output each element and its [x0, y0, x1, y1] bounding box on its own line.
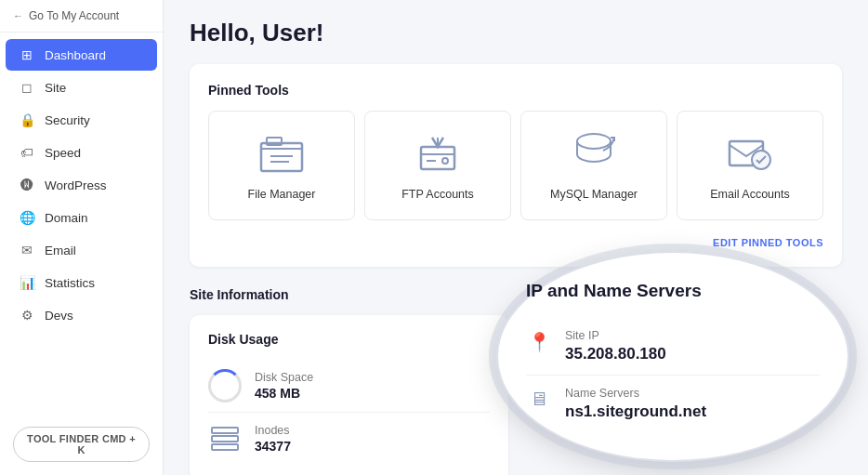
- site-ip-value: 35.208.80.180: [565, 345, 666, 363]
- main-content: Hello, User! Pinned Tools File Manager F…: [164, 0, 868, 475]
- disk-space-chart-icon: [208, 369, 242, 402]
- inodes-label: Inodes: [255, 424, 291, 437]
- sidebar-item-label: Email: [45, 244, 76, 257]
- sidebar-item-label: WordPress: [45, 178, 107, 192]
- pinned-tools-title: Pinned Tools: [208, 83, 823, 98]
- disk-card-title: Disk Usage: [208, 332, 490, 347]
- sidebar-item-label: Speed: [45, 146, 81, 160]
- server-icon: 🖥: [526, 389, 552, 410]
- site-icon: ◻: [19, 80, 35, 95]
- sidebar-item-domain[interactable]: 🌐Domain: [6, 202, 157, 233]
- svg-rect-12: [212, 444, 238, 450]
- disk-row-0: Disk Space 458 MB: [208, 360, 490, 413]
- devs-icon: ⚙: [19, 308, 35, 323]
- ip-panel-title: IP and Name Servers: [526, 281, 820, 301]
- sidebar-item-wordpress[interactable]: 🅦WordPress: [6, 169, 157, 201]
- site-ip-label: Site IP: [565, 329, 666, 342]
- dashboard-icon: ⊞: [19, 47, 35, 62]
- site-ip-row: 📍 Site IP 35.208.80.180: [526, 318, 820, 376]
- pinned-tool-ftp-accounts[interactable]: FTP Accounts: [364, 111, 511, 220]
- svg-rect-11: [212, 436, 238, 442]
- sidebar-item-devs[interactable]: ⚙Devs: [6, 299, 157, 331]
- sidebar-item-label: Domain: [45, 211, 88, 225]
- sidebar-item-dashboard[interactable]: ⊞Dashboard: [6, 39, 157, 71]
- email-accounts-icon: [724, 130, 776, 177]
- disk-label: Disk Space: [255, 371, 313, 384]
- sidebar-item-label: Devs: [45, 309, 73, 323]
- ip-name-servers-panel: IP and Name Servers 📍 Site IP 35.208.80.…: [496, 251, 849, 462]
- sidebar-item-label: Security: [45, 113, 90, 127]
- tool-label: File Manager: [248, 188, 316, 201]
- svg-rect-4: [421, 147, 454, 169]
- speed-icon: 🏷: [19, 145, 35, 160]
- tool-finder-button[interactable]: TOOL FINDER CMD + K: [13, 427, 150, 462]
- sidebar-item-site[interactable]: ◻Site: [6, 72, 157, 103]
- tool-label: MySQL Manager: [550, 188, 638, 201]
- name-servers-row: 🖥 Name Servers ns1.siteground.net: [526, 376, 820, 432]
- statistics-icon: 📊: [19, 275, 35, 290]
- disk-usage-card: Disk Usage Disk Space 458 MB Inodes 3437…: [190, 315, 508, 475]
- svg-rect-10: [212, 428, 238, 433]
- file-manager-icon: [256, 130, 308, 177]
- sidebar-item-email[interactable]: ✉Email: [6, 234, 157, 266]
- wordpress-icon: 🅦: [19, 178, 35, 192]
- email-icon: ✉: [19, 243, 35, 257]
- sidebar-item-label: Site: [45, 81, 66, 95]
- security-icon: 🔒: [19, 112, 35, 127]
- disk-row-1: Inodes 34377: [208, 413, 490, 465]
- disk-value: 458 MB: [255, 386, 313, 401]
- ftp-accounts-icon: [412, 130, 464, 177]
- pinned-tools-section: Pinned Tools File Manager FTP Accounts M…: [190, 64, 842, 267]
- inodes-icon: [208, 422, 242, 455]
- pinned-tool-email-accounts[interactable]: Email Accounts: [677, 111, 823, 220]
- inodes-value: 34377: [255, 439, 291, 454]
- name-servers-label: Name Servers: [565, 387, 706, 400]
- mysql-manager-icon: [568, 130, 620, 177]
- tool-label: Email Accounts: [710, 188, 789, 201]
- go-to-my-account[interactable]: ← Go To My Account: [0, 0, 163, 33]
- pinned-tools-grid: File Manager FTP Accounts MySQL Manager …: [208, 111, 823, 220]
- go-to-account-label: Go To My Account: [29, 9, 119, 22]
- sidebar: ← Go To My Account ⊞Dashboard◻Site🔒Secur…: [0, 0, 164, 475]
- tool-label: FTP Accounts: [401, 188, 474, 201]
- sidebar-item-security[interactable]: 🔒Security: [6, 104, 157, 136]
- domain-icon: 🌐: [19, 210, 35, 225]
- sidebar-nav: ⊞Dashboard◻Site🔒Security🏷Speed🅦WordPress…: [0, 33, 163, 417]
- sidebar-item-speed[interactable]: 🏷Speed: [6, 137, 157, 168]
- back-arrow-icon: ←: [13, 10, 23, 21]
- pinned-tool-file-manager[interactable]: File Manager: [208, 111, 355, 220]
- sidebar-item-label: Dashboard: [45, 48, 106, 62]
- pinned-tool-mysql-manager[interactable]: MySQL Manager: [520, 111, 667, 220]
- sidebar-item-statistics[interactable]: 📊Statistics: [6, 267, 157, 298]
- edit-pinned-tools-link[interactable]: EDIT PINNED TOOLS: [208, 231, 823, 248]
- svg-point-7: [442, 158, 448, 164]
- sidebar-item-label: Statistics: [45, 276, 95, 290]
- location-pin-icon: 📍: [526, 331, 552, 353]
- page-title: Hello, User!: [190, 19, 842, 47]
- name-servers-value: ns1.siteground.net: [565, 402, 706, 421]
